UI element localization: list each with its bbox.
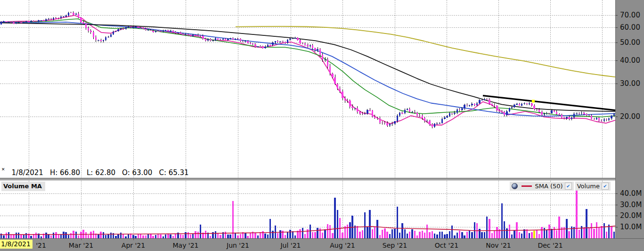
chart-window: ✕ 1/8/2021 H: 66.80 L: 62.80 O: 63.00 C:…: [0, 0, 644, 251]
axis-tick: [616, 15, 618, 16]
price-tick-label: 60.00: [620, 23, 640, 32]
ohlc-low: L: 62.80: [87, 168, 115, 177]
date-axis[interactable]: 1/8/2021 '21Mar '21Apr '21May '21Jun '21…: [0, 238, 644, 251]
sma-line-sample: [522, 185, 532, 187]
date-tick-label: '21: [36, 242, 46, 249]
date-tick-label: Nov '21: [486, 242, 511, 249]
ohlc-info-bar: ✕ 1/8/2021 H: 66.80 L: 62.80 O: 63.00 C:…: [1, 168, 196, 177]
axis-tick: [616, 205, 618, 205]
sma-legend-chip[interactable]: SMA (50) ✔: [510, 182, 573, 191]
axis-tick: [133, 239, 134, 240]
price-chart-pane[interactable]: ✕ 1/8/2021 H: 66.80 L: 62.80 O: 63.00 C:…: [0, 0, 615, 178]
selected-date-chip: 1/8/2021: [0, 240, 33, 249]
price-tick-label: 70.00: [620, 11, 640, 19]
date-tick-label: May '21: [172, 242, 198, 249]
volume-tick-label: 20.0M: [620, 211, 642, 220]
ma-line-ma-slow: [0, 22, 615, 116]
axis-tick: [342, 239, 343, 240]
axis-tick: [395, 239, 395, 240]
volume-bars-layer: [0, 184, 615, 238]
volume-tick-label: 40.0M: [620, 189, 642, 198]
volume-legend-chip[interactable]: Volume ✔: [575, 182, 611, 191]
axis-tick: [616, 193, 618, 194]
volume-visibility-checkbox[interactable]: ✔: [602, 183, 609, 190]
price-chart-canvas[interactable]: [0, 0, 615, 178]
ma-line-ma-mid: [0, 19, 615, 117]
axis-tick: [186, 239, 186, 240]
axis-tick: [41, 239, 41, 240]
axis-tick: [616, 216, 618, 216]
price-axis[interactable]: 70.0060.0050.0040.0030.0020.0040.0M30.0M…: [615, 0, 644, 238]
ma-line-ma-200: [236, 26, 615, 77]
ma-line-ma-slower: [0, 23, 615, 111]
axis-tick: [550, 239, 551, 240]
axis-tick: [616, 84, 618, 84]
axis-tick: [616, 42, 618, 43]
axis-tick: [81, 239, 82, 240]
date-tick-label: Aug '21: [330, 242, 355, 249]
ohlc-open: O: 63.00: [122, 168, 152, 177]
ohlc-high: H: 66.80: [50, 168, 80, 177]
ohlc-close: C: 65.31: [159, 168, 188, 177]
price-tick-label: 50.00: [620, 38, 640, 47]
axis-tick: [238, 239, 238, 240]
axis-tick: [616, 60, 618, 61]
date-tick-label: Dec '21: [538, 242, 562, 249]
axis-tick: [616, 227, 618, 227]
volume-tick-label: 30.0M: [620, 201, 642, 209]
moving-averages-layer: [0, 16, 615, 126]
remove-indicator-icon[interactable]: ✕: [1, 167, 5, 172]
sma-legend-label: SMA (50): [535, 183, 562, 190]
volume-legend-label: Volume: [577, 183, 600, 190]
axis-tick: [498, 239, 499, 240]
date-tick-label: Apr '21: [122, 242, 145, 249]
axis-tick: [616, 27, 618, 28]
axis-tick: [616, 117, 618, 117]
sma-visibility-checkbox[interactable]: ✔: [565, 183, 572, 190]
date-tick-label: Sep '21: [383, 242, 408, 249]
axis-tick: [447, 239, 447, 240]
volume-legend: SMA (50) ✔ Volume ✔: [510, 182, 611, 191]
date-tick-label: Mar '21: [69, 242, 94, 249]
price-tick-label: 30.00: [620, 79, 640, 88]
date-tick-label: Jul '21: [280, 242, 301, 249]
date-tick-label: Jun '21: [227, 242, 249, 249]
globe-icon[interactable]: [512, 183, 518, 189]
axis-tick: [291, 239, 291, 240]
trendline-handle[interactable]: [532, 100, 535, 102]
date-tick-label: Oct '21: [435, 242, 458, 249]
price-tick-label: 20.00: [620, 112, 640, 121]
ma-line-ma-fast: [0, 16, 615, 126]
volume-tick-label: 10.0M: [620, 223, 642, 231]
ohlc-date: 1/8/2021: [12, 168, 43, 177]
volume-pane-title[interactable]: Volume MA: [1, 182, 45, 191]
price-tick-label: 40.00: [620, 56, 640, 65]
